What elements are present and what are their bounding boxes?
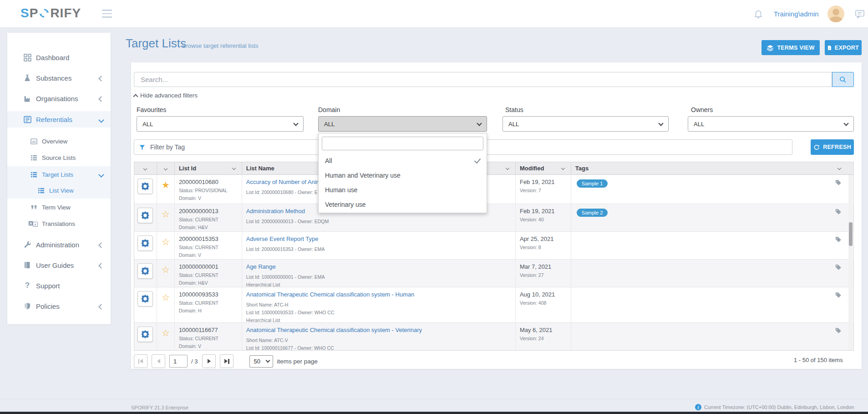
favourite-star-icon[interactable]: ☆ [162,327,170,351]
favourite-column-header [157,162,175,174]
row-settings-button[interactable] [137,327,153,342]
row-settings-button[interactable] [137,291,153,307]
hamburger-menu-icon[interactable] [102,10,112,18]
target-lists-table: List Id List Name Modified Tags ★ 200000… [134,162,854,351]
tag-icon[interactable] [835,291,842,300]
refresh-icon [813,144,820,151]
factory-icon [23,94,32,103]
sidebar-item-source-lists[interactable]: Source Lists [7,149,111,166]
search-icon [839,76,847,84]
domain-select[interactable]: ALL [318,116,487,132]
tag-icon[interactable] [835,264,842,272]
favourites-label: Favourites [137,106,166,113]
list-name-link[interactable]: Administration Method [246,208,305,215]
sidebar-item-substances[interactable]: Substances [7,70,111,86]
quote-icon [29,203,38,212]
terms-view-button[interactable]: TERMS VIEW [761,40,820,55]
column-menu-icon[interactable] [838,166,841,169]
notifications-bell-icon[interactable] [753,9,763,20]
table-row: ☆ 100000093533Status: CURRENTDomain: H A… [134,287,853,323]
list-icon [36,186,46,195]
column-menu-icon[interactable] [232,166,235,169]
sync-icon [39,8,50,19]
gear-icon [141,239,150,248]
table-row: ☆ 100000116677Status: CURRENTDomain: V A… [134,323,853,351]
referentials-list-icon [23,115,32,124]
modified-column-header[interactable]: Modified [516,162,571,174]
sidebar-item-organisations[interactable]: Organisations [7,90,111,107]
gear-icon [141,211,150,220]
column-menu-icon[interactable] [143,166,147,170]
chevron-down-icon [477,121,482,126]
page-number-input[interactable] [169,355,188,368]
chevron-left-icon [99,74,103,82]
favourite-star-icon[interactable]: ☆ [162,292,170,322]
row-settings-button[interactable] [137,179,153,194]
table-row: ☆ 200000015353Status: CURRENTDomain: V A… [134,232,853,260]
items-per-page-select[interactable]: 50 [249,355,273,368]
domain-option-human[interactable]: Human use [319,183,487,197]
scrollbar-thumb[interactable] [849,222,853,246]
previous-page-button[interactable] [152,354,165,368]
table-scrollbar[interactable] [848,175,853,351]
status-select[interactable]: ALL [503,116,669,132]
sidebar-item-user-guides[interactable]: User Guides [7,257,111,273]
favourite-star-icon[interactable]: ☆ [162,264,170,287]
tag-badge: Sample 1 [577,179,608,188]
chevron-down-icon [99,171,103,178]
list-name-link[interactable]: Anatomical Therapeutic Chemical classifi… [246,327,422,333]
sidebar-item-referentials[interactable]: Referentials [7,111,111,128]
column-menu-icon[interactable] [561,166,565,169]
row-settings-button[interactable] [137,235,153,251]
owners-select[interactable]: ALL [688,116,854,132]
column-menu-icon[interactable] [164,166,168,170]
favourite-star-icon[interactable]: ☆ [162,209,170,231]
list-id: 100000116677 [179,327,239,333]
favourite-star-icon[interactable]: ★ [162,179,170,204]
tag-icon[interactable] [835,179,842,188]
sidebar-item-target-lists[interactable]: Target Lists [7,166,111,183]
info-icon: i [695,404,701,410]
hide-advanced-filters-toggle[interactable]: Hide advanced filters [134,92,198,99]
column-menu-icon[interactable] [506,166,509,169]
tag-icon[interactable] [835,208,842,217]
sidebar-item-list-view[interactable]: List View [7,182,111,199]
row-settings-button[interactable] [137,263,153,279]
domain-option-human-and-veterinary[interactable]: Human and Veterinary use [319,168,487,182]
avatar[interactable] [827,5,844,22]
first-page-button[interactable] [134,354,147,368]
next-page-button[interactable] [202,354,216,368]
list-name-link[interactable]: Adverse Event Report Type [246,235,319,242]
sidebar-item-overview[interactable]: Overview [7,133,111,149]
sidebar-item-translations[interactable]: Ax Translations [7,215,111,232]
sidebar-item-administration[interactable]: Administration [7,236,111,253]
book-icon [23,261,32,270]
sidebar-item-term-view[interactable]: Term View [7,199,111,215]
list-name-link[interactable]: Anatomical Therapeutic Chemical classifi… [246,291,415,298]
tag-icon[interactable] [835,327,842,336]
search-button[interactable] [832,72,854,87]
row-settings-button[interactable] [137,208,153,223]
domain-dropdown-search-input[interactable] [322,137,483,150]
tags-column-header[interactable]: Tags [571,162,853,174]
favourite-star-icon[interactable]: ☆ [162,236,170,259]
sidebar-item-dashboard[interactable]: Dashboard [7,49,111,66]
last-page-button[interactable] [220,354,233,368]
funnel-icon [139,144,146,151]
domain-option-all[interactable]: All [319,153,487,168]
favourites-select[interactable]: ALL [137,116,304,132]
refresh-button[interactable]: REFRESH [811,139,854,155]
export-button[interactable]: x EXPORT [825,40,862,55]
domain-option-veterinary[interactable]: Veterinary use [319,197,487,211]
user-menu[interactable]: Training\admin [774,0,819,27]
list-id-column-header[interactable]: List Id [175,162,242,174]
list-name-link[interactable]: Accuracy of Number of Anim [246,179,321,185]
gear-icon [141,182,150,191]
list-name-link[interactable]: Age Range [246,263,276,270]
tag-icon[interactable] [835,236,842,245]
sidebar-item-support[interactable]: ? Support [7,277,111,294]
feedback-chat-icon[interactable] [855,10,865,20]
search-input[interactable] [134,72,832,87]
sidebar-item-policies[interactable]: Policies [7,298,111,314]
table-header: List Id List Name Modified Tags [134,162,853,175]
